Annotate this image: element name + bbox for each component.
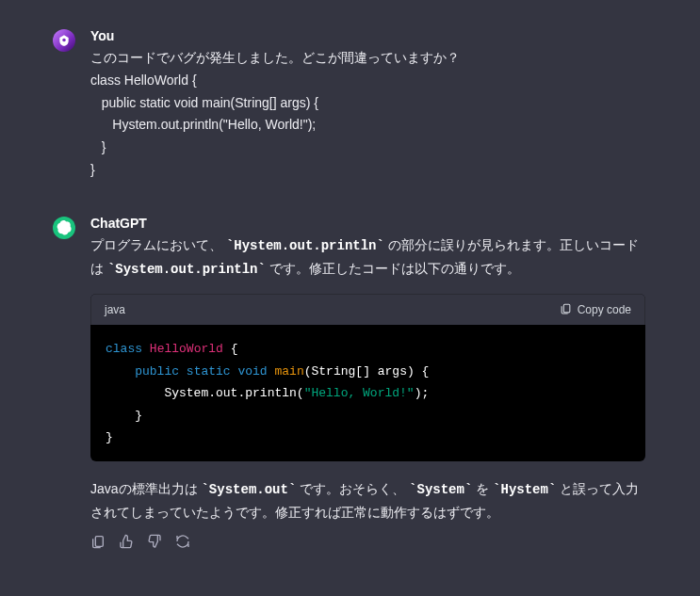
tok: } (106, 430, 113, 444)
user-body: You このコードでバグが発生しました。どこが間違っていますか？ class H… (90, 28, 645, 182)
svg-rect-1 (563, 305, 570, 314)
assistant-body: ChatGPT プログラムにおいて、 `Hystem.out.println` … (90, 216, 645, 549)
thumbs-down-icon[interactable] (147, 534, 162, 549)
svg-point-0 (62, 39, 66, 42)
code-language: java (105, 303, 125, 316)
tok: } (106, 409, 142, 423)
tok: "Hello, World!" (304, 386, 415, 400)
svg-rect-2 (95, 537, 103, 547)
user-text: このコードでバグが発生しました。どこが間違っていますか？ (90, 47, 645, 70)
user-code-line: } (90, 159, 645, 182)
copy-label: Copy code (578, 303, 631, 316)
inline-code: `System` (409, 482, 472, 497)
user-code-line: } (90, 137, 645, 159)
user-code-line: class HelloWorld { (90, 70, 645, 92)
assistant-avatar (53, 217, 75, 239)
regenerate-icon[interactable] (175, 534, 190, 549)
tok: ); (415, 386, 430, 400)
clipboard-icon[interactable] (90, 534, 106, 549)
tok: System.out.println( (106, 386, 304, 400)
assistant-paragraph: Javaの標準出力は `System.out` です。おそらく、 `System… (90, 478, 645, 524)
tok: main (275, 364, 304, 379)
tok: class (106, 342, 142, 356)
inline-code: `Hystem.out.println` (226, 238, 384, 253)
tok: { (223, 342, 238, 356)
text-span: を (476, 481, 493, 496)
message-actions (90, 534, 645, 549)
assistant-message: ChatGPT プログラムにおいて、 `Hystem.out.println` … (0, 216, 700, 583)
tok: (String[] args) { (304, 364, 430, 379)
user-message: You このコードでバグが発生しました。どこが間違っていますか？ class H… (0, 28, 700, 216)
user-code-line: public static void main(String[] args) { (90, 92, 645, 115)
text-span: プログラムにおいて、 (90, 237, 222, 252)
copy-button[interactable]: Copy code (560, 302, 631, 317)
tok: static (187, 364, 231, 379)
tok: public (135, 364, 179, 379)
inline-code: `System.out` (201, 482, 296, 497)
thumbs-up-icon[interactable] (119, 534, 134, 549)
tok: void (237, 364, 267, 379)
code-content: class HelloWorld { public static void ma… (90, 325, 645, 461)
assistant-paragraph: プログラムにおいて、 `Hystem.out.println` の部分に誤りが見… (90, 234, 645, 282)
clipboard-icon (560, 302, 572, 317)
text-span: Javaの標準出力は (90, 481, 201, 496)
user-author: You (90, 28, 645, 43)
code-block: java Copy code class HelloWorld { public… (90, 294, 645, 461)
text-span: です。おそらく、 (300, 481, 405, 496)
text-span: です。修正したコードは以下の通りです。 (269, 261, 520, 276)
user-code-line: Hystem.out.println("Hello, World!"); (90, 114, 645, 137)
user-avatar (53, 29, 75, 52)
inline-code: `System.out.println` (107, 262, 266, 277)
assistant-author: ChatGPT (90, 216, 645, 231)
inline-code: `Hystem` (493, 482, 556, 497)
tok: HelloWorld (150, 342, 223, 356)
code-header: java Copy code (90, 294, 645, 325)
